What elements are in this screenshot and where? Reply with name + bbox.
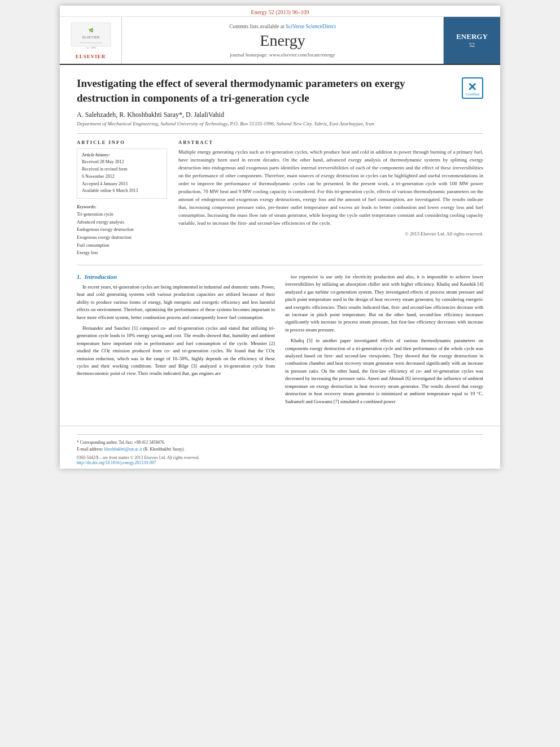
body-section: 1. Introduction In recent years, tri-gen… [77,273,483,409]
revised-date: 6 November 2012 [82,173,162,181]
sciverse-text: Contents lists available at SciVerse Sci… [229,24,336,29]
sciverse-link[interactable]: SciVerse ScienceDirect [286,24,336,29]
citation-bar: Energy 52 (2013) 96–109 [60,6,500,17]
body-col-left: 1. Introduction In recent years, tri-gen… [77,273,275,409]
email-link[interactable]: khoshbakhti@sut.ac.ir [104,447,143,452]
crossmark-inner: ✕ CrossMark [462,77,483,99]
article-info-abstract: ARTICLE INFO Article history: Received 2… [77,139,483,257]
intro-title: 1. Introduction [77,273,275,280]
history-subheading: Article history: [82,152,162,158]
intro-body-right: too expensive to use only for electricit… [285,273,483,405]
crossmark-icon: ✕ [467,80,477,94]
available-online: Available online 6 March 2013 [82,187,162,195]
crossmark-label: CrossMark [466,93,479,96]
energy-badge-text: ENERGY 52 [453,29,491,52]
page-footer: * Corresponding author. Tel./fax: +98 41… [60,426,500,469]
keyword-2: Advanced exergy analysis [77,219,167,226]
journal-name: Energy [260,32,305,50]
issn-text: 0360-5442/$ – see front matter © 2013 El… [77,455,199,460]
article-title: Investigating the effect of several ther… [77,76,456,105]
keyword-4: Exogenous exergy destruction [77,234,167,242]
intro-para3: too expensive to use only for electricit… [285,273,483,334]
keyword-5: Fuel consumption [77,242,167,250]
affiliation: Department of Mechanical Engineering, Sa… [77,121,483,126]
keyword-1: Tri-generation cycle [77,211,167,219]
body-col-right: too expensive to use only for electricit… [285,273,483,409]
copyright: © 2013 Elsevier Ltd. All rights reserved… [178,231,483,237]
abstract-heading: ABSTRACT [178,139,483,145]
doi-link[interactable]: http://dx.doi.org/10.1016/j.energy.2013.… [77,460,156,465]
footer-bottom: 0360-5442/$ – see front matter © 2013 El… [77,455,483,460]
svg-text:est. 1880: est. 1880 [85,46,96,49]
intro-para4: Khaliq [5] in another paper investigated… [285,337,483,405]
received-date: Received 28 May 2012 [82,159,162,166]
elsevier-wordmark: ELSEVIER [76,54,106,59]
journal-header: 🌿 ELSEVIER est. 1880 ELSEVIER Contents l… [60,17,500,65]
corresponding-footnote: * Corresponding author. Tel./fax: +98 41… [77,439,483,446]
article-info-col: ARTICLE INFO Article history: Received 2… [77,139,167,257]
divider-2 [77,265,483,265]
keywords-heading: Keywords: [77,204,167,209]
doi-text: http://dx.doi.org/10.1016/j.energy.2013.… [77,460,483,465]
article-content: Investigating the effect of several ther… [60,65,500,420]
intro-body-left: In recent years, tri-generation cycles a… [77,283,275,378]
keyword-3: Endogenous exergy destruction [77,226,167,234]
email-footnote: E-mail address: khoshbakhti@sut.ac.ir (R… [77,446,483,453]
elsevier-logo-svg: 🌿 ELSEVIER est. 1880 [68,21,113,53]
crossmark-badge[interactable]: ✕ CrossMark [462,77,483,99]
authors: A. Salehzadeh, R. Khoshbakhti Saray*, D.… [77,111,483,119]
article-history-block: Article history: Received 28 May 2012 Re… [77,148,167,199]
keyword-6: Exergy loss [77,249,167,257]
accepted-date: Accepted 4 January 2013 [82,181,162,188]
intro-para2: Hernandez and Sanchez [1] compared co- a… [77,325,275,378]
svg-text:🌿: 🌿 [88,28,93,33]
journal-center-block: Contents lists available at SciVerse Sci… [122,17,444,64]
received-revised-label: Received in revised form [82,166,162,173]
divider-1 [77,133,483,134]
elsevier-logo-block: 🌿 ELSEVIER est. 1880 ELSEVIER [60,17,122,64]
journal-homepage: journal homepage: www.elsevier.com/locat… [230,52,335,58]
abstract-text: Multiple energy generating cycles such a… [178,148,483,227]
page: Energy 52 (2013) 96–109 🌿 ELSEVIER est. … [60,6,500,469]
title-section: Investigating the effect of several ther… [77,76,483,105]
keywords-block: Keywords: Tri-generation cycle Advanced … [77,204,167,257]
citation-text: Energy 52 (2013) 96–109 [251,9,309,15]
abstract-col: ABSTRACT Multiple energy generating cycl… [178,139,483,257]
svg-rect-0 [71,23,111,46]
article-info-heading: ARTICLE INFO [77,139,167,145]
journal-badge: ENERGY 52 [444,17,500,64]
svg-text:ELSEVIER: ELSEVIER [82,35,99,39]
intro-para1: In recent years, tri-generation cycles a… [77,283,275,321]
